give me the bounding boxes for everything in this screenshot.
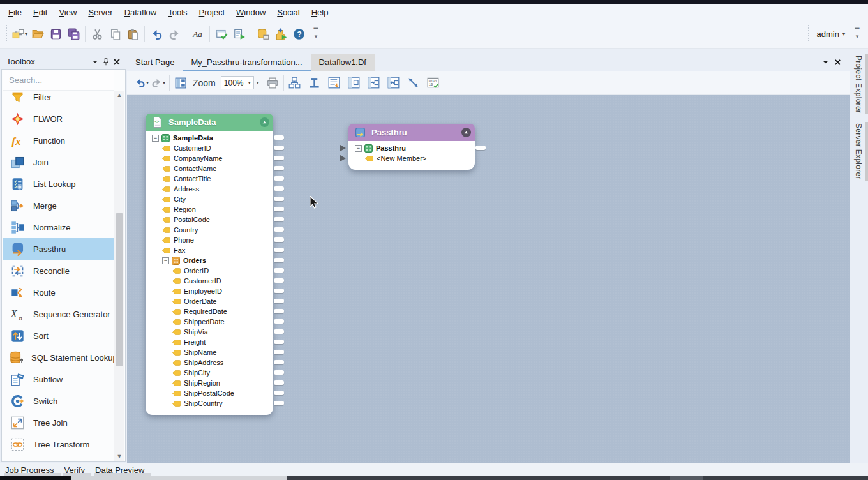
pan-layout-button[interactable]: [172, 75, 189, 91]
align-center-button[interactable]: [306, 75, 323, 91]
paste-button[interactable]: [124, 24, 142, 43]
auto-layout-button[interactable]: [287, 75, 303, 91]
toolbox-item-list-lookup[interactable]: List Lookup: [3, 173, 114, 195]
output-port[interactable]: [274, 370, 284, 375]
menu-window[interactable]: Window: [230, 6, 271, 19]
toolbox-item-tree-transform[interactable]: Tree Transform: [3, 433, 114, 452]
panel-arrow-in-button[interactable]: [366, 75, 382, 91]
save-button[interactable]: [47, 24, 64, 43]
window-position-icon[interactable]: [89, 56, 100, 67]
menu-project[interactable]: Project: [193, 6, 230, 19]
collapse-node-button[interactable]: [461, 128, 471, 137]
output-port[interactable]: [274, 278, 284, 283]
output-port[interactable]: [274, 360, 284, 364]
tree-row[interactable]: RequiredDate: [149, 306, 271, 317]
tree-row[interactable]: PostalCode: [149, 214, 271, 225]
tree-row[interactable]: Region: [149, 204, 271, 214]
tree-row[interactable]: <New Member>: [352, 153, 472, 163]
help-button[interactable]: ?: [290, 24, 308, 43]
output-port[interactable]: [274, 186, 284, 191]
save-all-button[interactable]: [64, 24, 82, 43]
output-port[interactable]: [274, 248, 284, 252]
verify-window-button[interactable]: [213, 24, 230, 43]
toolbox-item-passthru[interactable]: Passthru: [3, 238, 114, 260]
admin-overflow-button[interactable]: ▔▾: [853, 29, 862, 39]
database-card-button[interactable]: [254, 24, 272, 43]
toolbox-item-join[interactable]: Join: [3, 151, 114, 173]
toolbox-item-sql-statement-lookup[interactable]: SQL Statement Lookup: [3, 347, 114, 368]
output-port[interactable]: [274, 176, 284, 181]
tree-row[interactable]: EmployeeID: [149, 286, 271, 296]
menu-server[interactable]: Server: [82, 6, 118, 19]
tree-row[interactable]: City: [149, 194, 271, 204]
output-port[interactable]: [274, 135, 284, 140]
expander-minus-icon[interactable]: −: [152, 135, 159, 142]
output-port[interactable]: [274, 391, 284, 395]
tree-row[interactable]: OrderID: [149, 266, 271, 276]
toolbox-item-filter[interactable]: Filter: [3, 91, 114, 108]
redo-button[interactable]: ▾: [150, 75, 167, 91]
new-item-button[interactable]: ▾: [11, 24, 29, 43]
dataflow-canvas[interactable]: <>SampleData−SampleDataCustomerIDCompany…: [127, 95, 850, 463]
print-button[interactable]: [264, 75, 281, 91]
database-run-button[interactable]: [272, 24, 290, 43]
document-list-chevron-icon[interactable]: [822, 59, 829, 66]
tree-row[interactable]: ShipCountry: [149, 398, 271, 409]
tree-row[interactable]: ContactName: [149, 163, 271, 174]
tree-row[interactable]: ShipVia: [149, 327, 271, 337]
tree-row[interactable]: −SampleData: [149, 133, 271, 143]
copy-button[interactable]: [106, 24, 124, 43]
tree-row[interactable]: ShipRegion: [149, 378, 271, 388]
document-close-icon[interactable]: [834, 59, 841, 66]
expander-minus-icon[interactable]: −: [162, 257, 169, 264]
tree-row[interactable]: CustomerID: [149, 276, 271, 286]
pin-icon[interactable]: [100, 56, 111, 67]
output-port[interactable]: [274, 401, 284, 405]
output-port[interactable]: [274, 299, 284, 303]
expander-minus-icon[interactable]: −: [355, 145, 362, 152]
panel-box-button[interactable]: [346, 75, 363, 91]
close-icon[interactable]: [111, 56, 122, 67]
toolbox-item-route[interactable]: Route: [3, 281, 114, 303]
tree-row[interactable]: ShipCity: [149, 368, 271, 378]
toolbox-item-normalize[interactable]: Normalize: [3, 216, 114, 238]
output-port[interactable]: [274, 340, 284, 344]
menu-dataflow[interactable]: Dataflow: [119, 6, 163, 19]
tree-row[interactable]: ShipPostalCode: [149, 388, 271, 398]
tree-row[interactable]: −Orders: [149, 255, 271, 266]
toolbox-item-switch[interactable]: Switch: [3, 390, 114, 412]
tree-row[interactable]: OrderDate: [149, 296, 271, 306]
tree-row[interactable]: Phone: [149, 235, 271, 245]
output-port[interactable]: [274, 350, 284, 354]
tree-row[interactable]: Country: [149, 225, 271, 235]
scroll-down-icon[interactable]: ▼: [114, 452, 124, 461]
zoom-select[interactable]: 100%▾: [221, 76, 254, 89]
link-line-button[interactable]: [405, 75, 422, 91]
undo-button[interactable]: ▾: [133, 75, 150, 91]
output-port[interactable]: [274, 289, 284, 293]
node-sampledata[interactable]: <>SampleData−SampleDataCustomerIDCompany…: [146, 114, 273, 415]
toolbox-item-tree-join[interactable]: Tree Join: [3, 412, 114, 433]
output-port[interactable]: [274, 329, 284, 334]
open-folder-button[interactable]: [29, 24, 47, 43]
toolbox-item-sort[interactable]: Sort: [3, 325, 114, 347]
toolbar-overflow-button[interactable]: ▔▾: [311, 29, 320, 39]
output-port[interactable]: [274, 207, 284, 211]
tab-my-passthru-transformation[interactable]: My_Passthru-transformation...: [183, 54, 310, 71]
menu-file[interactable]: File: [3, 6, 27, 19]
toolbox-scrollbar[interactable]: ▲ ▼: [114, 91, 124, 461]
admin-toolbar-grip[interactable]: [807, 24, 811, 43]
toolbox-item-merge[interactable]: Merge: [3, 195, 114, 216]
cut-button[interactable]: [88, 24, 106, 43]
preview-grid-button[interactable]: 010110: [425, 75, 442, 91]
output-port[interactable]: [274, 156, 284, 160]
toolbox-item-function[interactable]: fxFunction: [3, 130, 114, 151]
admin-menu-button[interactable]: admin ▾: [813, 27, 849, 41]
tree-row[interactable]: ShipName: [149, 347, 271, 357]
tree-row[interactable]: CompanyName: [149, 153, 271, 163]
output-port[interactable]: [274, 237, 284, 242]
node-header[interactable]: Passthru: [348, 124, 475, 141]
toolbox-item-reconcile[interactable]: Reconcile: [3, 260, 114, 281]
side-tab-server-explorer[interactable]: Server Explorer: [850, 122, 868, 181]
output-port[interactable]: [274, 380, 284, 385]
